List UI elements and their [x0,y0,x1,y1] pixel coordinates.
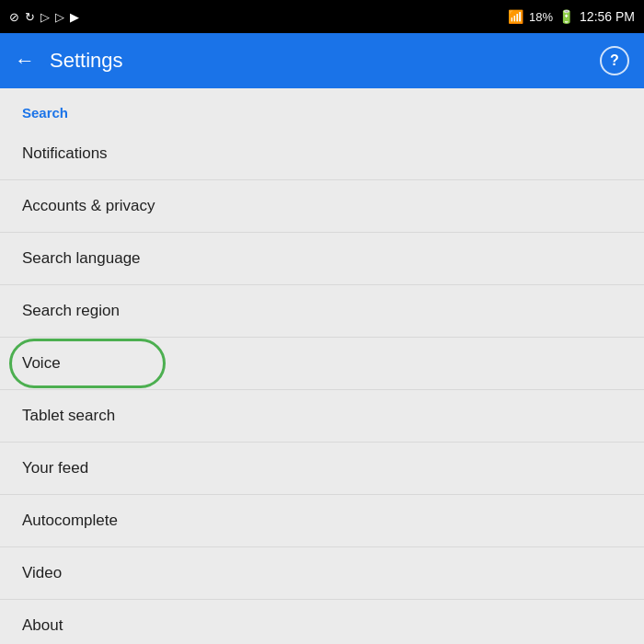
status-bar-icons: ⊘ ↻ ▷ ▷ ▶ [9,10,79,24]
settings-item-notifications[interactable]: Notifications [0,128,644,180]
voice-label: Voice [22,354,61,372]
tablet-search-label: Tablet search [22,407,115,424]
your-feed-label: Your feed [22,459,88,477]
media-icon: ▷ [40,10,50,24]
autocomplete-label: Autocomplete [22,512,118,529]
settings-item-about[interactable]: About [0,600,644,644]
section-header-search: Search [0,88,644,128]
status-bar: ⊘ ↻ ▷ ▷ ▶ 📶 18% 🔋 12:56 PM [0,0,644,33]
search-region-label: Search region [22,302,120,319]
settings-item-search-language[interactable]: Search language [0,233,644,285]
settings-item-tablet-search[interactable]: Tablet search [0,390,644,443]
settings-item-search-region[interactable]: Search region [0,285,644,338]
notifications-label: Notifications [22,144,108,162]
search-language-label: Search language [22,249,141,267]
media-icon-2: ▷ [55,10,64,24]
app-bar-title: Settings [50,49,123,73]
clock: 12:56 PM [580,9,635,24]
settings-item-accounts-privacy[interactable]: Accounts & privacy [0,180,644,233]
app-bar-left: ← Settings [15,49,123,73]
wifi-icon: 📶 [508,9,523,24]
settings-item-voice[interactable]: Voice [0,338,644,390]
back-button[interactable]: ← [15,49,35,73]
help-button[interactable]: ? [600,46,629,75]
settings-item-video[interactable]: Video [0,547,644,600]
status-bar-right: 📶 18% 🔋 12:56 PM [508,9,635,24]
sync-icon: ↻ [25,10,35,24]
notification-icon: ⊘ [9,10,19,24]
accounts-privacy-label: Accounts & privacy [22,197,155,214]
about-label: About [22,616,63,634]
video-label: Video [22,564,62,581]
search-section: Search [0,88,644,128]
settings-item-your-feed[interactable]: Your feed [0,443,644,495]
play-icon: ▶ [70,10,79,24]
battery-icon: 🔋 [558,9,574,24]
battery-percent: 18% [529,10,553,24]
settings-item-autocomplete[interactable]: Autocomplete [0,495,644,547]
app-bar: ← Settings ? [0,33,644,88]
settings-content: Search Notifications Accounts & privacy … [0,88,644,644]
